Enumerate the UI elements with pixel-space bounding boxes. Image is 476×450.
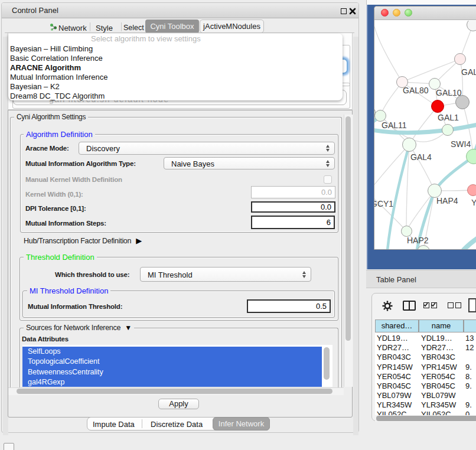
mi-type-combobox[interactable]: Naive Bayes: [164, 157, 335, 169]
tab-jactivemnodules[interactable]: jActiveMNodules: [200, 19, 264, 33]
table-cell: YBR045C: [421, 381, 455, 391]
sources-collapse-arrow-icon: ▼: [125, 324, 132, 332]
combo-arrows-icon: [326, 145, 330, 152]
combo-arrows-icon: [326, 160, 330, 167]
mi-threshold-field[interactable]: 0.5: [247, 299, 331, 313]
node-label-gal4: GAL4: [410, 152, 432, 162]
sources-title: Sources for Network Inference: [26, 324, 120, 332]
settings-vscrollbar-thumb[interactable]: [345, 116, 351, 341]
network-window-titlebar[interactable]: [374, 6, 476, 20]
table-cell: YIL052C: [377, 410, 407, 415]
popup-item-bayesian-k2[interactable]: Bayesian – K2: [10, 82, 60, 92]
network-window: GAL80 GAL10 GAL1 GAL11 SWI4 GAL4 HAP4 HA…: [374, 6, 476, 250]
dpi-tolerance-label: DPI Tolerance [0,1]:: [25, 204, 86, 212]
table-cell: YLR345W: [421, 400, 456, 410]
network-tab-icon: [50, 23, 57, 31]
document-icon[interactable]: [468, 298, 476, 312]
split-columns-icon[interactable]: [403, 301, 416, 311]
table-cell: YER054C: [421, 372, 455, 381]
node-label-gal80: GAL80: [403, 86, 429, 95]
table-cell: YLR345W: [377, 400, 412, 410]
dpi-tolerance-field[interactable]: 0.0: [251, 201, 335, 213]
table-cell: YBR043C: [421, 353, 455, 362]
popup-item-bayesian-hill[interactable]: Bayesian – Hill Climbing: [10, 44, 93, 54]
tab-style[interactable]: Style: [96, 24, 113, 32]
table-cell: YER054C: [377, 372, 411, 381]
node-label-y: Y: [471, 198, 476, 207]
popup-item-dream8[interactable]: Dream8 DC_TDC Algorithm: [10, 92, 105, 101]
unchecked-checkbox-icon-2[interactable]: [455, 302, 461, 308]
close-traffic-light[interactable]: [381, 9, 389, 17]
which-threshold-combobox[interactable]: MI Threshold: [140, 267, 311, 282]
cyni-algorithm-settings-title: Cyni Algorithm Settings: [14, 113, 88, 121]
node-swi4-small[interactable]: [442, 124, 454, 136]
tab-infer-network[interactable]: Infer Network: [213, 417, 270, 431]
collapsed-panel-icon[interactable]: [4, 443, 14, 450]
node-label-gcy1: GCY1: [374, 199, 393, 208]
table-panel-box: shared… name YDL19… YDL19… 13 YDR27… YDR…: [371, 293, 476, 421]
checked-checkbox-icon-2[interactable]: [431, 302, 437, 308]
table-cell: YBR045C: [377, 381, 411, 391]
list-item-selfloops[interactable]: SelfLoops: [22, 347, 322, 357]
minimize-traffic-light[interactable]: [393, 9, 400, 17]
list-item-gal4rgexp[interactable]: gal4RGexp: [22, 377, 322, 387]
column-header-shared-name[interactable]: shared…: [375, 319, 419, 332]
data-attributes-list[interactable]: SelfLoops TopologicalCoefficient Between…: [22, 345, 332, 387]
table-cell: YBR043C: [377, 353, 411, 362]
tab-impute-data[interactable]: Impute Data: [93, 420, 135, 429]
node-gal4[interactable]: [402, 138, 416, 152]
node-gal1-selected[interactable]: [431, 100, 444, 113]
mi-threshold-group-title: MI Threshold Definition: [27, 286, 110, 295]
float-window-icon[interactable]: [341, 8, 347, 14]
mi-type-value: Naive Bayes: [171, 159, 214, 168]
node-gal7[interactable]: [454, 53, 466, 65]
tab-separator: [90, 22, 90, 31]
node-label-gal1: GAL1: [438, 113, 459, 122]
mi-steps-field[interactable]: 6: [251, 216, 335, 229]
kernel-width-field[interactable]: 0.0: [251, 186, 335, 198]
unchecked-checkbox-icon-1[interactable]: [448, 302, 454, 308]
checked-checkbox-icon-1[interactable]: [423, 302, 429, 308]
node-label-gal10: GAL10: [436, 88, 462, 97]
apply-button[interactable]: Apply: [158, 399, 199, 409]
popup-item-basic-correlation[interactable]: Basic Correlation Inference: [10, 54, 103, 63]
zoom-traffic-light[interactable]: [405, 9, 412, 17]
table-panel-title: Table Panel: [376, 275, 416, 284]
tab-cyni-toolbox[interactable]: Cyni Toolbox: [145, 19, 199, 33]
gear-icon[interactable]: [382, 301, 393, 311]
table-cell: YBL079W: [421, 391, 456, 400]
table-cell: YDR27…: [421, 343, 454, 353]
list-scrollbar-thumb[interactable]: [324, 347, 330, 380]
hub-definition-label: Hub/Transcription Factor Definition: [24, 237, 131, 245]
popup-item-aracne[interactable]: ARACNE Algorithm: [10, 63, 81, 73]
table-body[interactable]: YDL19… YDL19… 13 YDR27… YDR27… 12 YBR043…: [375, 332, 476, 415]
aracne-mode-combobox[interactable]: Discovery: [79, 142, 335, 155]
list-item-betweenness[interactable]: BetweennessCentrality: [22, 367, 322, 377]
table-cell: 8.: [465, 372, 472, 381]
network-canvas[interactable]: GAL80 GAL10 GAL1 GAL11 SWI4 GAL4 HAP4 HA…: [374, 21, 476, 250]
node-y[interactable]: [467, 184, 476, 196]
close-icon[interactable]: [349, 8, 356, 15]
tab-network[interactable]: Network: [58, 24, 87, 32]
column-header-partial[interactable]: [464, 319, 476, 332]
sources-title-row[interactable]: Sources for Network Inference▼: [24, 324, 134, 332]
node-label-gal7: GAL7: [461, 67, 476, 77]
table-hscrollbar-thumb[interactable]: [376, 416, 476, 421]
table-cell: YDR27…: [377, 343, 409, 353]
settings-hscrollbar-thumb[interactable]: [17, 389, 332, 394]
node-label-hap4: HAP4: [436, 196, 458, 206]
table-cell: YPR145W: [377, 363, 413, 372]
column-header-name[interactable]: name: [419, 319, 464, 332]
list-item-topological[interactable]: TopologicalCoefficient: [22, 357, 322, 367]
node-gal11[interactable]: [374, 110, 386, 122]
tab-discretize-data[interactable]: Discretize Data: [151, 420, 203, 429]
popup-item-mutual-information[interactable]: Mutual Information Inference: [10, 73, 107, 82]
table-cell: 9.: [465, 363, 472, 372]
tab-select[interactable]: Select: [123, 24, 144, 32]
which-threshold-value: MI Threshold: [148, 270, 193, 279]
hub-definition-row[interactable]: Hub/Transcription Factor Definition▶: [24, 236, 142, 245]
manual-kernel-checkbox[interactable]: [324, 175, 332, 184]
table-cell: YPR145W: [421, 363, 457, 372]
table-cell: YIL052C: [421, 410, 451, 415]
bottom-tab-separator: [142, 419, 142, 428]
